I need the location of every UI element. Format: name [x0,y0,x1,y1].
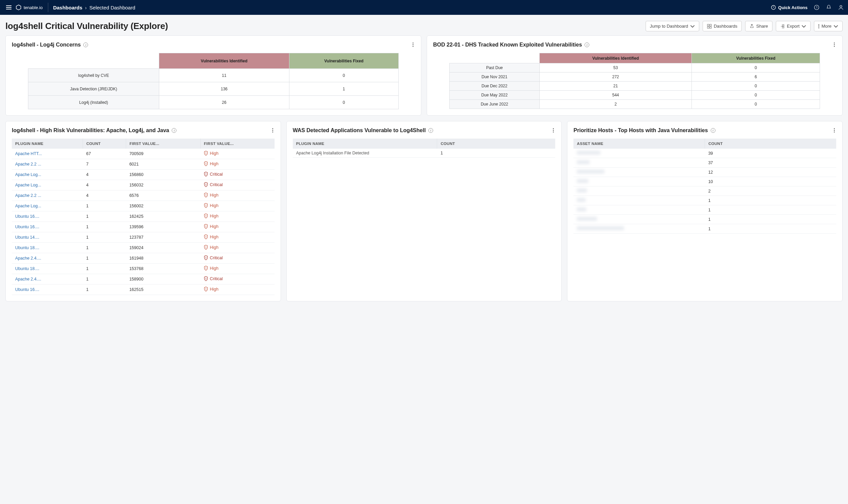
matrix-cell[interactable]: 0 [289,96,399,109]
more-button[interactable]: More [814,21,843,31]
hosts-table: ASSET NAME COUNT 3937121021111 [573,139,836,234]
svg-point-14 [206,206,206,206]
card-menu-button[interactable] [832,127,836,134]
redacted-asset-name [577,207,586,211]
matrix-cell[interactable]: 2 [540,100,691,109]
table-row[interactable]: 1 [573,224,836,234]
matrix-cell[interactable]: 272 [540,72,691,82]
table-row[interactable]: 10 [573,177,836,186]
card-menu-button[interactable] [411,41,415,48]
table-row[interactable]: Ubuntu 18....1159024 High [12,243,275,253]
export-button[interactable]: Export [776,21,811,31]
matrix-cell[interactable]: 0 [692,91,820,100]
was-table: PLUGIN NAME COUNT Apache Log4j Installat… [293,139,555,158]
severity-badge: High [204,193,218,198]
table-row[interactable]: Apache 2.4....1161948 Critical [12,253,275,264]
table-row[interactable]: 1 [573,205,836,215]
matrix-row-label[interactable]: log4shell by CVE [28,69,159,82]
table-row[interactable]: Ubuntu 16....1162425 High [12,211,275,222]
card-title: Prioritize Hosts - Top Hosts with Java V… [573,127,708,133]
severity-badge: Critical [204,182,223,187]
svg-point-22 [206,290,206,290]
info-icon[interactable]: i [83,42,88,47]
matrix-row-label[interactable]: Due Nov 2021 [449,72,540,82]
matrix-cell[interactable]: 0 [692,82,820,91]
matrix-row-label[interactable]: Java Detection (JRE/JDK) [28,82,159,96]
table-row[interactable]: Ubuntu 18....1153768 High [12,264,275,274]
matrix-cell[interactable]: 1 [289,82,399,96]
hexagon-icon [16,4,22,11]
table-row[interactable]: Apache 2.2 ...76021 High [12,159,275,169]
help-icon[interactable]: ? [814,4,820,11]
svg-point-10 [206,164,206,165]
severity-badge: High [204,203,218,208]
svg-rect-8 [710,26,711,28]
svg-rect-5 [707,24,709,26]
table-row[interactable]: 1 [573,196,836,205]
card-title: WAS Detected Applications Vulnerable to … [293,127,426,133]
severity-badge: High [204,213,218,218]
matrix-cell[interactable]: 26 [159,96,289,109]
matrix-row-label[interactable]: Due June 2022 [449,100,540,109]
severity-badge: High [204,161,218,166]
log4j-matrix: Vulnerabilities IdentifiedVulnerabilitie… [28,53,399,109]
table-row[interactable]: 12 [573,167,836,177]
table-row[interactable]: Apache 2.2 ...46576 High [12,191,275,201]
matrix-cell[interactable]: 21 [540,82,691,91]
brand-logo[interactable]: tenable.io [16,3,48,12]
matrix-cell[interactable]: 136 [159,82,289,96]
card-menu-button[interactable] [832,41,836,48]
matrix-cell[interactable]: 0 [692,100,820,109]
table-row[interactable]: Ubuntu 16....1162515 High [12,285,275,295]
redacted-asset-name [577,198,586,202]
menu-icon[interactable] [4,3,14,12]
matrix-row-label[interactable]: Past Due [449,64,540,72]
matrix-cell[interactable]: 0 [289,69,399,82]
table-row[interactable]: Apache 2.4....1158900 Critical [12,274,275,285]
redacted-asset-name [577,169,604,174]
severity-badge: High [204,234,218,239]
table-row[interactable]: 1 [573,215,836,224]
info-icon[interactable]: i [428,128,433,133]
info-icon[interactable]: i [172,128,176,133]
matrix-cell[interactable]: 6 [692,72,820,82]
matrix-cell[interactable]: 0 [692,64,820,72]
table-row[interactable]: 2 [573,186,836,196]
matrix-row-label[interactable]: Log4j (Installed) [28,96,159,109]
table-row[interactable]: Ubuntu 14....1123787 High [12,232,275,243]
table-row[interactable]: Apache Log4j Installation File Detected1 [293,149,555,158]
bell-icon[interactable] [826,4,832,11]
card-menu-button[interactable] [271,127,275,134]
user-icon[interactable] [838,4,844,11]
matrix-cell[interactable]: 544 [540,91,691,100]
kebab-icon [818,24,819,28]
share-button[interactable]: Share [745,21,773,31]
table-row[interactable]: Apache HTT...67700509 High [12,149,275,159]
chevron-down-icon [801,24,806,29]
breadcrumb-main[interactable]: Dashboards [53,5,82,11]
quick-actions-button[interactable]: Quick Actions [771,5,808,10]
matrix-row-label[interactable]: Due Dec 2022 [449,82,540,91]
table-row[interactable]: Ubuntu 16....1139596 High [12,222,275,232]
matrix-cell[interactable]: 53 [540,64,691,72]
jump-to-dashboard-button[interactable]: Jump to Dashboard [646,21,699,31]
table-row[interactable]: Apache Log...1156002 High [12,201,275,211]
matrix-row-label[interactable]: Due May 2022 [449,91,540,100]
table-row[interactable]: Apache Log...4156032 Critical [12,180,275,191]
card-title: log4shell - Log4j Concerns [12,42,81,48]
breadcrumb-sub[interactable]: Selected Dashboard [89,5,135,11]
table-row[interactable]: 37 [573,158,836,167]
card-menu-button[interactable] [551,127,555,134]
table-row[interactable]: Apache Log...4156860 Critical [12,169,275,180]
svg-rect-6 [710,24,711,26]
card-was-detected: WAS Detected Applications Vulnerable to … [286,121,562,301]
severity-badge: High [204,266,218,271]
info-icon[interactable]: i [585,42,589,47]
redacted-asset-name [577,160,589,164]
matrix-cell[interactable]: 11 [159,69,289,82]
card-title: BOD 22-01 - DHS Tracked Known Exploited … [433,42,582,48]
info-icon[interactable]: i [711,128,716,133]
table-row[interactable]: 39 [573,149,836,158]
dashboards-button[interactable]: Dashboards [703,21,742,31]
svg-point-21 [206,280,206,280]
